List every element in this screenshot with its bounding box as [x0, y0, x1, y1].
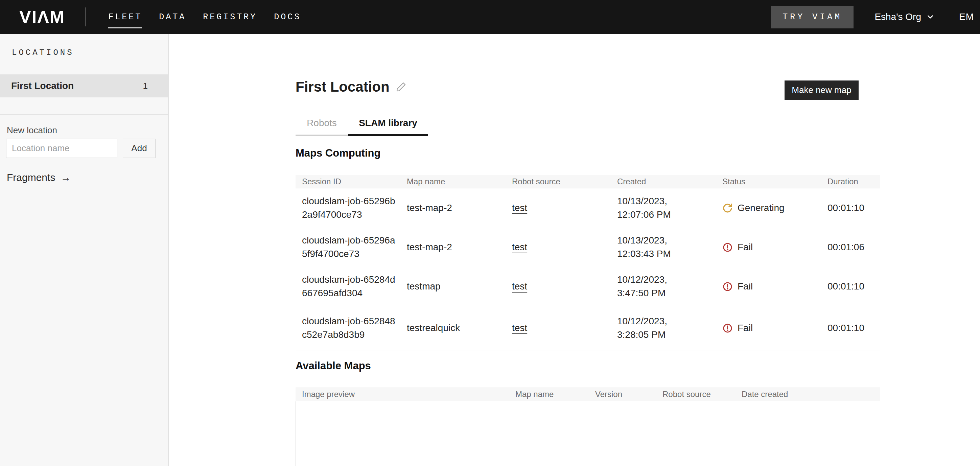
maps-computing-table: Session ID Map name Robot source Created…: [296, 175, 880, 350]
col-created: Created: [611, 175, 716, 188]
available-maps-empty-body: [296, 401, 880, 466]
sidebar-section-title: LOCATIONS: [12, 48, 74, 57]
fail-alert-icon: [722, 242, 733, 253]
robot-source-link[interactable]: test: [512, 240, 527, 254]
make-new-map-button[interactable]: Make new map: [784, 81, 859, 100]
duration: 00:01:06: [821, 227, 880, 267]
locations-sidebar: LOCATIONS First Location 1 New location …: [0, 34, 169, 466]
col-image-preview: Image preview: [296, 388, 509, 401]
available-maps-header-row: Image preview Map name Version Robot sou…: [296, 388, 880, 401]
nav-item-fleet[interactable]: FLEET: [108, 12, 142, 22]
created-timestamp: 10/12/2023, 3:28:05 PM: [611, 306, 716, 350]
user-menu[interactable]: EM: [959, 11, 974, 22]
session-id: cloudslam-job-65284d667695afd304: [296, 273, 400, 300]
fragments-label: Fragments: [7, 172, 55, 183]
location-robot-count: 1: [143, 81, 148, 91]
nav-right: TRY VIAM Esha's Org EM: [771, 6, 974, 29]
status-label: Fail: [738, 240, 753, 254]
maps-computing-header-row: Session ID Map name Robot source Created…: [296, 175, 880, 188]
app-root: VIΛM FLEET DATA REGISTRY DOCS TRY VIAM E…: [0, 0, 980, 466]
col-session-id: Session ID: [296, 175, 400, 188]
map-name: test-map-2: [400, 188, 506, 227]
nav-links: FLEET DATA REGISTRY DOCS: [108, 12, 301, 22]
org-switcher[interactable]: Esha's Org: [875, 11, 935, 22]
sidebar-divider: [0, 114, 168, 115]
chevron-down-icon: [926, 13, 935, 21]
status-cell: Fail: [716, 306, 821, 350]
maps-computing-heading: Maps Computing: [296, 147, 380, 159]
robot-source-link[interactable]: test: [512, 321, 527, 335]
status-label: Generating: [738, 201, 784, 215]
top-nav: VIΛM FLEET DATA REGISTRY DOCS TRY VIAM E…: [0, 0, 980, 34]
generating-spinner-icon: [722, 203, 733, 213]
table-row: cloudslam-job-65284d667695afd304 testmap…: [296, 267, 880, 306]
table-row: cloudslam-job-652848c52e7ab8d3b9 testrea…: [296, 306, 880, 350]
created-timestamp: 10/13/2023, 12:03:43 PM: [611, 227, 716, 267]
new-location-label: New location: [7, 125, 57, 135]
org-name: Esha's Org: [875, 11, 921, 22]
fragments-link[interactable]: Fragments →: [7, 172, 71, 183]
arrow-right-icon: →: [60, 172, 71, 183]
fail-alert-icon: [722, 323, 733, 334]
table-row: cloudslam-job-65296a5f9f4700ce73 test-ma…: [296, 227, 880, 267]
fail-alert-icon: [722, 282, 733, 292]
duration: 00:01:10: [821, 267, 880, 306]
tab-robots[interactable]: Robots: [296, 118, 348, 136]
map-name: test-map-2: [400, 227, 506, 267]
col-map-name: Map name: [400, 175, 506, 188]
col-robot-source: Robot source: [656, 388, 735, 401]
table-row: cloudslam-job-65296b2a9f4700ce73 test-ma…: [296, 188, 880, 227]
add-location-button[interactable]: Add: [123, 138, 156, 158]
location-name: First Location: [11, 81, 74, 91]
duration: 00:01:10: [821, 306, 880, 350]
viam-logo[interactable]: VIΛM: [19, 7, 65, 27]
status-label: Fail: [738, 280, 753, 293]
status-cell: Generating: [716, 188, 821, 227]
new-location-form: Add: [6, 138, 156, 158]
map-name: testrealquick: [400, 306, 506, 350]
col-map-name: Map name: [509, 388, 589, 401]
nav-item-registry[interactable]: REGISTRY: [203, 12, 257, 22]
tab-bar: Robots SLAM library: [296, 118, 428, 136]
location-name-input[interactable]: [6, 138, 117, 158]
created-timestamp: 10/12/2023, 3:47:50 PM: [611, 267, 716, 306]
col-status: Status: [716, 175, 821, 188]
nav-divider: [85, 8, 86, 26]
status-cell: Fail: [716, 227, 821, 267]
status-label: Fail: [738, 321, 753, 335]
nav-item-data[interactable]: DATA: [159, 12, 186, 22]
created-timestamp: 10/13/2023, 12:07:06 PM: [611, 188, 716, 227]
page-title: First Location: [296, 79, 390, 95]
available-maps-heading: Available Maps: [296, 360, 371, 372]
try-viam-button[interactable]: TRY VIAM: [771, 6, 854, 29]
session-id: cloudslam-job-652848c52e7ab8d3b9: [296, 315, 400, 342]
nav-item-docs[interactable]: DOCS: [274, 12, 301, 22]
robot-source-link[interactable]: test: [512, 280, 527, 293]
tab-slam-library[interactable]: SLAM library: [348, 118, 428, 136]
duration: 00:01:10: [821, 188, 880, 227]
sidebar-item-first-location[interactable]: First Location 1: [0, 75, 168, 97]
robot-source-link[interactable]: test: [512, 201, 527, 215]
map-name: testmap: [400, 267, 506, 306]
edit-pencil-icon[interactable]: [396, 81, 406, 94]
session-id: cloudslam-job-65296b2a9f4700ce73: [296, 194, 400, 221]
session-id: cloudslam-job-65296a5f9f4700ce73: [296, 234, 400, 261]
col-version: Version: [589, 388, 656, 401]
status-cell: Fail: [716, 267, 821, 306]
col-duration: Duration: [821, 175, 880, 188]
col-robot-source: Robot source: [506, 175, 611, 188]
col-date-created: Date created: [735, 388, 880, 401]
